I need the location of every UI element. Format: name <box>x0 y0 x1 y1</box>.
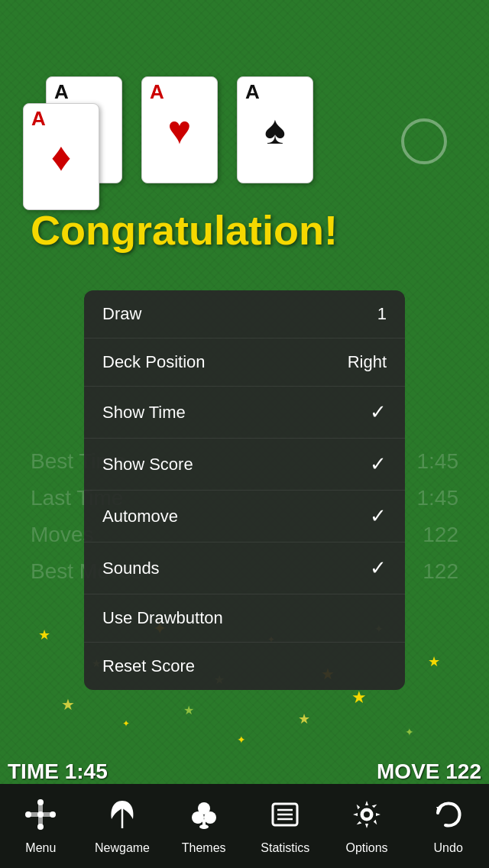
nav-undo-label: Undo <box>434 841 463 855</box>
nav-newgame[interactable]: Newgame <box>82 798 164 855</box>
card-suit-diamonds: ♦ <box>51 137 72 177</box>
menu-deck-position[interactable]: Deck Position Right <box>84 338 405 387</box>
menu-show-score[interactable]: Show Score ✓ <box>84 439 405 491</box>
menu-automove-label: Automove <box>102 507 178 526</box>
leaf-icon <box>105 798 139 838</box>
svg-point-9 <box>192 811 204 824</box>
bottom-navigation: Menu Newgame Themes <box>0 784 489 868</box>
svg-point-10 <box>204 811 216 824</box>
circle-indicator <box>401 118 447 164</box>
time-display: TIME 1:45 <box>8 760 108 784</box>
svg-point-18 <box>363 811 371 818</box>
menu-sounds[interactable]: Sounds ✓ <box>84 542 405 594</box>
nav-undo[interactable]: Undo <box>407 798 489 855</box>
card-rank-spades: A <box>245 82 260 102</box>
settings-menu: Draw 1 Deck Position Right Show Time ✓ S… <box>84 290 405 690</box>
move-display: MOVE 122 <box>377 760 481 784</box>
clover-icon <box>187 798 221 838</box>
menu-reset-score-label: Reset Score <box>102 656 195 676</box>
card-rank-clubs: A <box>54 82 69 102</box>
list-icon <box>268 798 302 838</box>
card-suit-hearts: ♥ <box>168 110 192 150</box>
nav-statistics[interactable]: Statistics <box>244 798 326 855</box>
menu-reset-score[interactable]: Reset Score <box>84 643 405 690</box>
congratulations-text: Congratulation! <box>31 206 338 254</box>
card-ace-diamonds[interactable]: A ♦ <box>23 103 99 210</box>
menu-show-score-label: Show Score <box>102 455 193 474</box>
card-rank-hearts: A <box>150 82 164 102</box>
menu-show-time[interactable]: Show Time ✓ <box>84 387 405 439</box>
menu-use-drawbutton-label: Use Drawbutton <box>102 608 223 628</box>
svg-point-12 <box>199 824 209 829</box>
menu-automove-check: ✓ <box>370 504 387 528</box>
card-ace-spades[interactable]: A ♠ <box>237 76 313 183</box>
card-rank-diamonds: A <box>31 108 46 128</box>
menu-deck-position-label: Deck Position <box>102 352 206 372</box>
menu-draw[interactable]: Draw 1 <box>84 290 405 338</box>
menu-show-time-check: ✓ <box>370 400 387 424</box>
menu-draw-value: 1 <box>377 304 387 324</box>
menu-automove[interactable]: Automove ✓ <box>84 491 405 542</box>
nav-menu[interactable]: Menu <box>0 798 82 855</box>
nav-options[interactable]: Options <box>326 798 408 855</box>
menu-use-drawbutton[interactable]: Use Drawbutton <box>84 594 405 643</box>
nav-options-label: Options <box>345 841 387 855</box>
nav-newgame-label: Newgame <box>95 841 150 855</box>
svg-rect-6 <box>28 812 53 817</box>
nav-menu-label: Menu <box>25 841 56 855</box>
menu-draw-label: Draw <box>102 304 141 324</box>
card-ace-hearts[interactable]: A ♥ <box>141 76 218 183</box>
status-bar: TIME 1:45 MOVE 122 <box>0 760 489 784</box>
gear-icon <box>350 798 384 838</box>
menu-deck-position-value: Right <box>348 352 387 372</box>
menu-sounds-check: ✓ <box>370 556 387 580</box>
menu-show-time-label: Show Time <box>102 403 186 423</box>
menu-show-score-check: ✓ <box>370 452 387 476</box>
menu-icon <box>24 798 57 838</box>
card-suit-spades: ♠ <box>264 110 286 150</box>
undo-icon <box>432 798 465 838</box>
nav-themes-label: Themes <box>182 841 226 855</box>
menu-sounds-label: Sounds <box>102 559 160 578</box>
nav-themes[interactable]: Themes <box>163 798 244 855</box>
nav-statistics-label: Statistics <box>261 841 309 855</box>
